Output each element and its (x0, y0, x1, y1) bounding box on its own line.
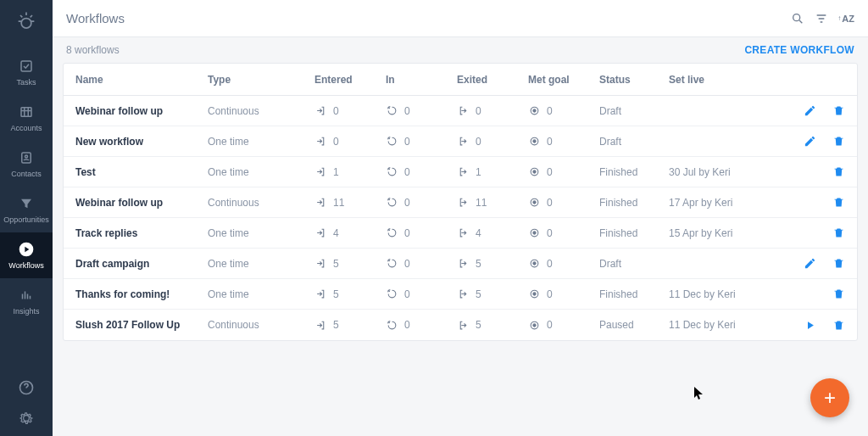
exit-icon (457, 227, 469, 239)
col-met-goal[interactable]: Met goal (528, 74, 599, 86)
col-in[interactable]: In (386, 74, 457, 86)
sidebar-label: Accounts (10, 124, 42, 132)
help-icon[interactable] (17, 378, 36, 397)
sidebar-label: Tasks (16, 78, 36, 87)
enter-icon (314, 227, 326, 239)
trash-icon[interactable] (832, 135, 845, 148)
enter-icon (314, 166, 326, 178)
sidebar-item-contacts[interactable]: Contacts (0, 141, 53, 187)
exit-icon (457, 166, 469, 178)
col-entered[interactable]: Entered (314, 74, 386, 86)
col-set-live[interactable]: Set live (669, 74, 762, 86)
row-entered: 4 (333, 227, 339, 239)
settings-icon[interactable] (17, 409, 36, 428)
sidebar-label: Opportunities (3, 215, 49, 224)
exit-icon (457, 288, 469, 300)
table-row[interactable]: Webinar follow upContinuous0000Draft (64, 96, 857, 126)
sidebar-item-opportunities[interactable]: Opportunities (0, 187, 53, 232)
edit-icon[interactable] (803, 104, 816, 118)
sidebar-label: Workflows (8, 261, 43, 270)
table-header: Name Type Entered In Exited Met goal Sta… (64, 64, 857, 96)
cycle-icon (386, 197, 398, 209)
filter-icon[interactable] (814, 11, 829, 26)
sidebar-item-workflows[interactable]: Workflows (0, 232, 53, 278)
cycle-icon (386, 288, 398, 300)
row-exited: 5 (476, 288, 481, 300)
svg-point-19 (532, 262, 535, 265)
sidebar: Tasks Accounts Contacts Opportunities Wo… (0, 0, 53, 436)
col-type[interactable]: Type (208, 74, 314, 86)
sidebar-item-insights[interactable]: Insights (0, 278, 53, 324)
exit-icon (457, 105, 469, 117)
cycle-icon (386, 319, 398, 331)
table-row[interactable]: Track repliesOne time4040Finished15 Apr … (64, 218, 857, 249)
funnel-icon (18, 195, 35, 212)
add-fab[interactable]: + (810, 378, 849, 417)
row-entered: 5 (333, 319, 339, 331)
table-row[interactable]: Slush 2017 Follow UpContinuous5050Paused… (64, 310, 857, 340)
exit-icon (457, 319, 469, 331)
svg-point-7 (793, 14, 800, 20)
app-logo[interactable] (14, 8, 39, 34)
svg-point-4 (25, 155, 28, 158)
table-row[interactable]: TestOne time1010Finished30 Jul by Keri (64, 157, 857, 187)
trash-icon[interactable] (832, 104, 845, 118)
trash-icon[interactable] (832, 165, 845, 179)
row-status: Draft (599, 136, 669, 148)
target-icon (528, 197, 540, 209)
row-exited: 5 (476, 258, 481, 270)
target-icon (528, 319, 540, 331)
table-row[interactable]: Webinar follow upContinuous110110Finishe… (64, 187, 857, 218)
search-icon[interactable] (790, 11, 805, 26)
table-row[interactable]: Thanks for coming!One time5050Finished11… (64, 279, 857, 310)
sort-az-icon[interactable]: ↑AZ (837, 11, 854, 26)
col-name[interactable]: Name (64, 74, 208, 86)
row-type: One time (208, 227, 314, 239)
row-status: Draft (599, 258, 669, 270)
row-status: Finished (599, 227, 669, 239)
trash-icon[interactable] (832, 288, 845, 301)
row-name: Draft campaign (64, 258, 208, 270)
sidebar-item-accounts[interactable]: Accounts (0, 95, 53, 141)
create-workflow-button[interactable]: CREATE WORKFLOW (744, 44, 854, 56)
row-set-live: 11 Dec by Keri (669, 319, 762, 331)
exit-icon (457, 258, 469, 270)
svg-point-15 (532, 201, 535, 204)
accounts-icon (18, 103, 35, 120)
row-entered: 5 (333, 258, 339, 270)
svg-point-0 (21, 19, 31, 29)
row-name: New workflow (64, 136, 208, 148)
edit-icon[interactable] (803, 257, 816, 271)
sidebar-label: Insights (13, 307, 39, 316)
trash-icon[interactable] (832, 226, 845, 240)
target-icon (528, 288, 540, 300)
cycle-icon (386, 227, 398, 239)
row-entered: 11 (333, 197, 344, 209)
cycle-icon (386, 258, 398, 270)
edit-icon[interactable] (803, 135, 816, 148)
row-exited: 0 (476, 136, 481, 148)
row-set-live: 11 Dec by Keri (669, 288, 762, 300)
sidebar-item-tasks[interactable]: Tasks (0, 49, 53, 95)
row-type: One time (208, 166, 314, 178)
col-status[interactable]: Status (599, 74, 669, 86)
col-exited[interactable]: Exited (457, 74, 528, 86)
row-in: 0 (404, 197, 410, 209)
trash-icon[interactable] (832, 196, 845, 210)
row-set-live: 30 Jul by Keri (669, 166, 762, 178)
svg-point-11 (532, 140, 535, 143)
enter-icon (314, 197, 326, 209)
contacts-icon (18, 149, 35, 166)
row-in: 0 (404, 227, 410, 239)
play-icon[interactable] (803, 318, 816, 332)
row-name: Test (64, 166, 208, 178)
workflow-count: 8 workflows (66, 44, 120, 56)
table-row[interactable]: New workflowOne time0000Draft (64, 126, 857, 157)
table-row[interactable]: Draft campaignOne time5050Draft (64, 249, 857, 279)
row-entered: 0 (333, 105, 339, 117)
row-in: 0 (404, 166, 410, 178)
trash-icon[interactable] (832, 257, 845, 271)
exit-icon (457, 136, 469, 148)
insights-icon (18, 287, 35, 304)
trash-icon[interactable] (832, 318, 845, 332)
